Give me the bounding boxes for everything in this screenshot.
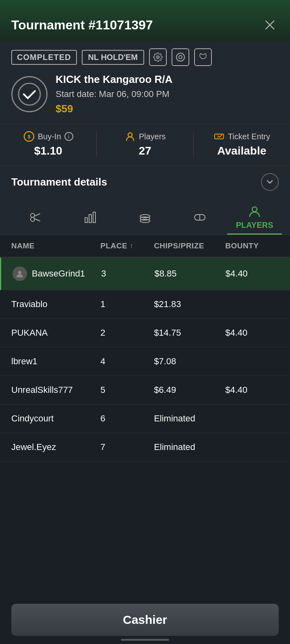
player-name: PUKANA (11, 328, 100, 338)
cashier-button[interactable]: Cashier (11, 604, 279, 636)
tab-players[interactable]: PLAYERS (227, 198, 282, 235)
svg-line-14 (34, 219, 40, 221)
start-date: Start date: Mar 06, 09:00 PM (56, 89, 172, 99)
chips-value: $21.83 (154, 299, 225, 310)
table-row[interactable]: Traviablo 1 $21.83 (0, 290, 290, 319)
place-value: 2 (100, 328, 154, 338)
player-name: Jewel.Eyez (11, 442, 100, 452)
close-button[interactable] (261, 16, 279, 34)
ticket-icon (213, 131, 225, 142)
header: Tournament #11071397 (0, 0, 290, 42)
tab-pill[interactable] (172, 204, 227, 229)
tab-chips[interactable] (118, 204, 172, 229)
buy-in-stat: $ Buy-In i $1.10 (0, 131, 96, 157)
players-stat: Players 27 (97, 131, 193, 157)
players-tab-icon (248, 204, 261, 218)
tournament-info: KICK the Kangaroo R/A Start date: Mar 06… (0, 66, 290, 124)
status-bar: COMPLETED NL HOLD'EM (0, 42, 290, 66)
bounty-value: $4.40 (226, 268, 279, 279)
buy-in-value: $1.10 (34, 144, 62, 157)
chips-value: $7.08 (154, 356, 225, 367)
svg-text:$: $ (27, 134, 30, 140)
table-row[interactable]: PUKANA 2 $14.75 $4.40 (0, 319, 290, 347)
tournament-name: KICK the Kangaroo R/A (56, 73, 172, 86)
settings-icon (149, 48, 167, 66)
pill-icon (193, 211, 207, 224)
place-value: 1 (100, 299, 154, 310)
bird-icon (194, 48, 212, 66)
table-row[interactable]: Jewel.Eyez 7 Eliminated (0, 433, 290, 462)
svg-point-11 (31, 213, 35, 217)
svg-rect-16 (89, 215, 91, 223)
col-header-place: PLACE ↑ (100, 242, 154, 250)
table-body: BawseGrind1 3 $8.85 $4.40 Traviablo 1 $2… (0, 258, 290, 462)
coin-icon: $ (23, 131, 35, 142)
table-row[interactable]: Cindycourt 6 Eliminated (0, 405, 290, 433)
col-header-bounty: BOUNTY (225, 242, 279, 250)
bounty-value: $4.40 (225, 328, 279, 338)
avatar (12, 266, 27, 281)
players-value: 27 (139, 144, 151, 157)
svg-point-12 (31, 217, 35, 221)
tab-barchart[interactable] (63, 204, 118, 229)
tab-players-label: PLAYERS (236, 221, 273, 230)
svg-point-8 (128, 133, 132, 137)
ticket-stat: Ticket Entry Available (194, 131, 290, 157)
player-name: lbrew1 (11, 356, 100, 367)
chips-value: $6.49 (154, 385, 225, 395)
col-header-name: NAME (11, 242, 100, 250)
players-label: Players (139, 132, 166, 141)
header-title: Tournament #11071397 (11, 18, 153, 33)
table-row[interactable]: lbrew1 4 $7.08 (0, 347, 290, 376)
svg-rect-17 (93, 212, 95, 223)
place-value: 7 (100, 442, 154, 452)
buy-in-label: Buy-In (38, 132, 61, 141)
completed-badge: COMPLETED (11, 50, 77, 65)
svg-rect-15 (85, 218, 87, 223)
chips-stack-icon (138, 211, 152, 224)
player-name: UnrealSkills777 (11, 385, 100, 395)
player-name: BawseGrind1 (12, 266, 101, 281)
tab-bar: PLAYERS (0, 198, 290, 235)
game-type-badge: NL HOLD'EM (82, 50, 144, 65)
ticket-value: Available (217, 144, 266, 157)
place-value: 5 (100, 385, 154, 395)
tournament-logo (11, 76, 48, 112)
place-value: 3 (101, 268, 154, 279)
chips-value: $14.75 (154, 328, 225, 338)
svg-point-24 (18, 271, 21, 274)
table-row[interactable]: UnrealSkills777 5 $6.49 $4.40 (0, 376, 290, 405)
chips-value: $8.85 (155, 268, 226, 279)
scissors-icon (29, 211, 42, 224)
svg-point-2 (157, 56, 159, 58)
tournament-text: KICK the Kangaroo R/A Start date: Mar 06… (56, 73, 172, 115)
chips-value: Eliminated (154, 413, 225, 424)
svg-point-3 (179, 56, 182, 59)
svg-point-23 (252, 207, 257, 212)
person-icon (124, 131, 136, 142)
details-header: Tournament details (0, 166, 290, 198)
tournament-price: $59 (56, 103, 172, 115)
svg-point-4 (176, 53, 184, 61)
camera-icon (172, 48, 189, 66)
details-title: Tournament details (11, 176, 107, 188)
bounty-value: $4.40 (225, 385, 279, 395)
tab-scissors[interactable] (8, 204, 63, 229)
col-header-chips: CHIPS/PRIZE (154, 242, 225, 250)
table-header: NAME PLACE ↑ CHIPS/PRIZE BOUNTY (0, 235, 290, 258)
svg-line-13 (34, 214, 40, 216)
barchart-icon (83, 211, 97, 224)
chips-value: Eliminated (154, 442, 225, 452)
place-value: 4 (100, 356, 154, 367)
sort-arrow-icon: ↑ (130, 242, 133, 250)
table-row[interactable]: BawseGrind1 3 $8.85 $4.40 (0, 258, 290, 290)
svg-point-5 (19, 83, 40, 105)
player-name: Traviablo (11, 299, 100, 310)
ticket-label: Ticket Entry (228, 132, 270, 141)
expand-button[interactable] (261, 173, 279, 191)
bottom-indicator (121, 639, 169, 641)
player-name: Cindycourt (11, 413, 100, 424)
stats-row: $ Buy-In i $1.10 Players 27 Ticket Entry (0, 124, 290, 166)
info-icon[interactable]: i (64, 132, 73, 141)
place-value: 6 (100, 413, 154, 424)
